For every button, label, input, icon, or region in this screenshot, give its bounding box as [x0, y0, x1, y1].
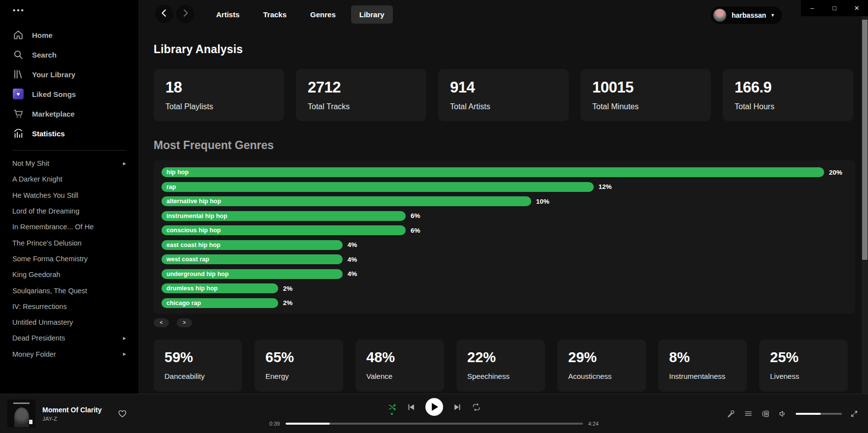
genre-bar-label: east coast hip hop	[166, 242, 221, 248]
progress-fill	[286, 423, 330, 425]
tab-tracks[interactable]: Tracks	[255, 5, 295, 24]
genre-bar-value: 2%	[283, 285, 293, 292]
stat-value: 914	[450, 79, 557, 96]
playlist-item[interactable]: A Darker Knight	[0, 171, 138, 187]
audio-feature-card: 25%Liveness	[759, 340, 848, 392]
track-artist[interactable]: JAY-Z	[42, 416, 102, 422]
genre-bar[interactable]: conscious hip hop	[161, 225, 406, 235]
feature-value: 25%	[770, 349, 837, 366]
minimize-button[interactable]: –	[801, 0, 823, 16]
playlist-label: King Geedorah	[12, 271, 61, 278]
genre-bar[interactable]: instrumental hip hop	[161, 211, 406, 221]
feature-label: Instrumentalness	[669, 372, 736, 380]
lyrics-microphone-icon[interactable]	[727, 409, 736, 418]
playlist-item[interactable]: In Remembrance... Of He	[0, 219, 138, 235]
playlist-item[interactable]: IV: Resurrections	[0, 299, 138, 314]
sidebar-playlists: Not My Shit▶A Darker KnightHe Watches Yo…	[0, 155, 138, 362]
audio-feature-card: 8%Instrumentalness	[658, 340, 747, 392]
sidebar-item-liked-songs[interactable]: ♥Liked Songs	[0, 84, 138, 104]
genre-bar[interactable]: chicago rap	[161, 298, 278, 308]
genre-bar[interactable]: drumless hip hop	[161, 283, 278, 293]
maximize-button[interactable]: □	[823, 0, 845, 16]
track-info: Moment Of Clarity JAY-Z	[42, 406, 102, 422]
playlist-item[interactable]: Some Forma Chemistry	[0, 251, 138, 267]
sidebar-item-statistics[interactable]: Statistics	[0, 124, 138, 143]
playlist-label: He Watches You Still	[12, 191, 78, 199]
genre-bar[interactable]: alternative hip hop	[161, 196, 531, 206]
playlist-item[interactable]: Untitled Unmastery	[0, 314, 138, 330]
chart-bar-row: conscious hip hop6%	[161, 225, 847, 235]
chart-next-page-button[interactable]: >	[177, 318, 192, 327]
playlist-label: A Darker Knight	[12, 175, 63, 183]
playlist-item[interactable]: Lord of the Dreaming	[0, 203, 138, 219]
chart-bar-row: alternative hip hop10%	[161, 196, 847, 206]
sidebar: ••• HomeSearchYour Library♥Liked SongsMa…	[0, 0, 138, 394]
chart-pagination: < >	[154, 318, 855, 327]
tab-artists[interactable]: Artists	[208, 5, 248, 24]
playlist-item[interactable]: Not My Shit▶	[0, 155, 138, 171]
playlist-item[interactable]: Dead Presidents▶	[0, 330, 138, 346]
play-button[interactable]	[425, 398, 443, 416]
genre-bar[interactable]: underground hip hop	[161, 269, 343, 279]
app-window: ••• HomeSearchYour Library♥Liked SongsMa…	[0, 0, 868, 433]
shuffle-icon[interactable]	[388, 403, 396, 411]
sidebar-item-your-library[interactable]: Your Library	[0, 64, 138, 84]
sidebar-item-marketplace[interactable]: Marketplace	[0, 104, 138, 124]
progress-bar[interactable]	[286, 423, 583, 425]
playlist-item[interactable]: Money Folder▶	[0, 346, 138, 362]
volume-slider[interactable]	[796, 413, 842, 415]
stat-card: 18Total Playlists	[154, 69, 284, 121]
sidebar-divider	[12, 150, 126, 151]
genre-bar[interactable]: west coast rap	[161, 254, 343, 264]
tab-genres[interactable]: Genres	[302, 5, 344, 24]
sidebar-item-search[interactable]: Search	[0, 45, 138, 64]
tab-library[interactable]: Library	[351, 5, 393, 24]
stats-chart-icon	[12, 127, 24, 139]
playlist-label: Not My Shit	[12, 159, 49, 167]
genre-bar[interactable]: rap	[161, 182, 594, 192]
playlist-label: Soulqarians, The Quest	[12, 287, 87, 295]
sidebar-item-home[interactable]: Home	[0, 25, 138, 45]
track-title[interactable]: Moment Of Clarity	[42, 406, 102, 414]
repeat-icon[interactable]	[472, 403, 481, 411]
playlist-label: Untitled Unmastery	[12, 318, 73, 326]
liked-songs-heart-icon: ♥	[12, 88, 24, 100]
fullscreen-icon[interactable]	[850, 410, 858, 418]
shuffle-active-dot	[391, 413, 393, 415]
genre-bar[interactable]: hip hop	[161, 167, 824, 177]
chevron-left-icon	[160, 8, 169, 20]
playback-controls	[262, 398, 607, 416]
scrollbar-thumb[interactable]	[862, 20, 868, 260]
connect-device-icon[interactable]	[761, 409, 770, 418]
playlist-item[interactable]: Soulqarians, The Quest	[0, 282, 138, 298]
user-menu[interactable]: harbassan ▼	[711, 6, 782, 24]
album-art-figure	[14, 407, 29, 427]
forward-button[interactable]	[176, 5, 194, 23]
page-title: Library Analysis	[154, 43, 855, 56]
playlist-item[interactable]: He Watches You Still	[0, 187, 138, 203]
volume-fill	[796, 413, 821, 415]
stat-card: 10015Total Minutes	[580, 69, 711, 121]
album-art[interactable]	[7, 400, 35, 428]
close-button[interactable]: ✕	[846, 0, 868, 16]
queue-icon[interactable]	[744, 409, 753, 418]
previous-track-icon[interactable]	[407, 403, 415, 411]
genres-section-title: Most Frequent Genres	[154, 139, 855, 152]
genre-bar[interactable]: east coast hip hop	[161, 240, 343, 250]
main-area: ArtistsTracksGenresLibrary harbassan ▼ L…	[138, 0, 868, 394]
like-heart-icon[interactable]	[118, 409, 127, 418]
playlist-item[interactable]: The Prince's Delusion	[0, 235, 138, 250]
feature-value: 59%	[164, 349, 231, 366]
stat-cards-row: 18Total Playlists2712Total Tracks914Tota…	[154, 69, 855, 121]
scrollbar-track[interactable]	[862, 16, 868, 394]
back-button[interactable]	[155, 5, 173, 23]
app-menu-icon[interactable]: •••	[0, 0, 138, 14]
playlist-label: Dead Presidents	[12, 334, 65, 342]
time-elapsed: 0:39	[265, 421, 280, 427]
playlist-item[interactable]: King Geedorah	[0, 267, 138, 282]
caret-down-icon: ▼	[771, 13, 775, 18]
volume-icon[interactable]	[778, 409, 787, 418]
maximize-icon: □	[833, 4, 836, 12]
chart-prev-page-button[interactable]: <	[154, 318, 169, 327]
next-track-icon[interactable]	[453, 403, 462, 411]
